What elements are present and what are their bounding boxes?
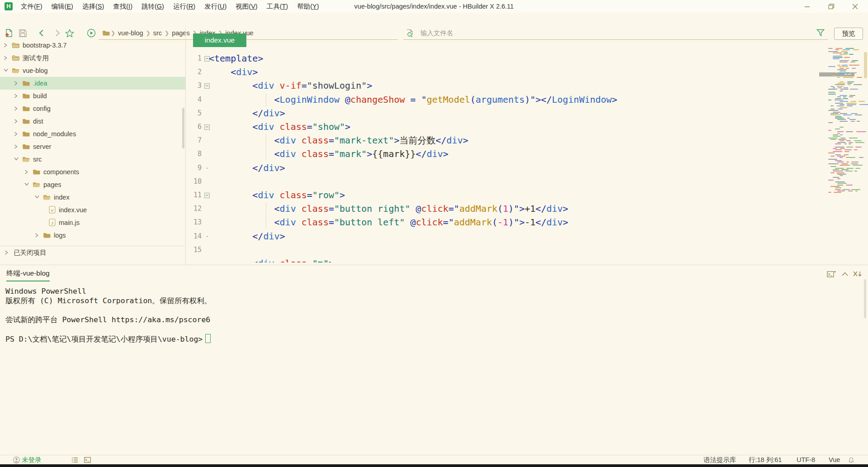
minimap-line (840, 71, 846, 71)
language-mode[interactable]: Vue (829, 455, 840, 465)
closed-projects-row[interactable]: 已关闭项目 (0, 246, 185, 259)
minimize-button[interactable] (797, 0, 817, 13)
minimap-line (849, 95, 855, 96)
code-editor[interactable]: index.vue 1<template>2 <div>3 <div v-if=… (186, 28, 827, 262)
tree-item-src[interactable]: src (0, 153, 185, 166)
code-line-7: 7 <div class="mark-text">当前分数</div> (186, 133, 827, 148)
tree-item-bootstrap-3.3.7[interactable]: bootstrap-3.3.7 (0, 39, 185, 52)
code-token (405, 217, 410, 228)
menu-U[interactable]: 发行(U) (200, 2, 231, 11)
tree-item-main.js[interactable]: Jmain.js (0, 216, 185, 229)
tree-item-label: pages (43, 178, 61, 191)
chevron-right-icon[interactable] (24, 170, 28, 174)
minimap-line (828, 152, 835, 153)
minimap-line (828, 180, 834, 181)
code-line-text: <div class="m"> (209, 257, 334, 262)
tree-scrollbar[interactable] (182, 108, 184, 148)
tree-item-node_modules[interactable]: node_modules (0, 128, 185, 140)
encoding-status[interactable]: UTF-8 (797, 455, 815, 465)
restore-button[interactable] (821, 0, 842, 13)
minimap-line (844, 143, 847, 144)
code-line-6: 6 <div class="show"> (186, 120, 827, 134)
chevron-down-icon[interactable] (4, 68, 8, 72)
line-number: 13 (186, 215, 202, 229)
minimap-line (856, 131, 866, 132)
terminal-scrollbar[interactable] (864, 279, 866, 318)
minimap-line (838, 109, 843, 110)
tree-item-config[interactable]: config (0, 102, 185, 115)
menu-S[interactable]: 选择(S) (78, 2, 108, 11)
tree-item-测试专用[interactable]: 测试专用 (0, 52, 185, 64)
chevron-right-icon[interactable] (14, 144, 18, 149)
terminal-cursor[interactable] (205, 334, 211, 343)
syntax-lib-status[interactable]: 语法提示库 (703, 455, 736, 465)
tree-item-index.vue[interactable]: Vindex.vue (0, 204, 185, 216)
code-token: "show" (312, 121, 345, 132)
chevron-down-icon[interactable] (14, 157, 19, 161)
terminal-tab[interactable]: 终端-vue-blog (6, 269, 50, 281)
tree-item-vue-blog[interactable]: vue-blog (0, 64, 185, 77)
chevron-right-icon[interactable] (35, 233, 38, 238)
editor-scrollbar[interactable] (864, 52, 867, 78)
tree-item-build[interactable]: build (0, 90, 185, 102)
minimap-line (837, 77, 840, 78)
minimap-line (835, 168, 844, 169)
minimap-line (840, 81, 844, 82)
collapse-panel-button[interactable] (840, 270, 850, 278)
close-button[interactable] (844, 0, 865, 13)
minimap-line (852, 60, 858, 61)
menu-F[interactable]: 文件(F) (16, 2, 47, 11)
chevron-right-icon[interactable] (4, 43, 7, 48)
code-token (296, 203, 302, 214)
chevron-down-icon[interactable] (35, 195, 39, 199)
cursor-position[interactable]: 行:18 列:61 (749, 455, 782, 465)
minimap-line (847, 104, 856, 105)
menu-Y[interactable]: 帮助(Y) (292, 2, 323, 11)
tree-item-server[interactable]: server (0, 140, 185, 153)
minimap-line (828, 130, 831, 131)
close-terminal-button[interactable] (853, 270, 863, 278)
menu-V[interactable]: 视图(V) (231, 2, 262, 11)
menu-E[interactable]: 编辑(E) (47, 2, 78, 11)
tree-item-pages[interactable]: pages (0, 178, 185, 191)
tree-item-components[interactable]: components (0, 166, 185, 178)
chevron-right-icon[interactable] (14, 81, 18, 86)
line-number: 5 (186, 106, 202, 120)
minimap-line (835, 74, 844, 75)
code-token: div (263, 108, 279, 119)
tree-item-index[interactable]: index (0, 191, 185, 204)
minimap-line (846, 185, 853, 186)
minimap[interactable] (827, 45, 868, 199)
minimap-line (846, 147, 853, 148)
chevron-right-icon[interactable] (14, 94, 18, 98)
tree-item-.idea[interactable]: .idea (0, 77, 185, 90)
menu-G[interactable]: 跳转(G) (137, 2, 169, 11)
tree-item-logs[interactable]: logs (0, 229, 185, 242)
preview-button[interactable]: 预览 (834, 28, 863, 40)
minimap-line (841, 163, 848, 164)
minimap-line (840, 157, 843, 158)
code-token (209, 190, 252, 200)
menu-I[interactable]: 查找(I) (108, 2, 137, 11)
chevron-down-icon[interactable] (24, 182, 29, 186)
tree-item-label: vue-blog (23, 64, 48, 77)
tree-item-dist[interactable]: dist (0, 115, 185, 128)
minimize-icon (804, 4, 810, 10)
panel-divider[interactable] (185, 28, 186, 265)
chevron-right-icon[interactable] (14, 106, 18, 111)
code-token (209, 231, 252, 242)
chevron-right-icon[interactable] (14, 132, 18, 136)
menu-T[interactable]: 工具(T) (262, 2, 293, 11)
minimap-line (828, 51, 838, 52)
minimap-line (845, 171, 853, 172)
minimap-line (828, 138, 838, 138)
minimap-line (846, 131, 853, 132)
editor-tab-index-vue[interactable]: index.vue (193, 33, 246, 47)
minimap-line (835, 129, 840, 129)
code-token (209, 80, 252, 91)
chevron-right-icon[interactable] (4, 56, 7, 60)
chevron-right-icon[interactable] (14, 119, 18, 124)
new-terminal-button[interactable] (826, 270, 836, 278)
login-status[interactable]: 未登录 (22, 455, 42, 465)
menu-R[interactable]: 运行(R) (169, 2, 200, 11)
